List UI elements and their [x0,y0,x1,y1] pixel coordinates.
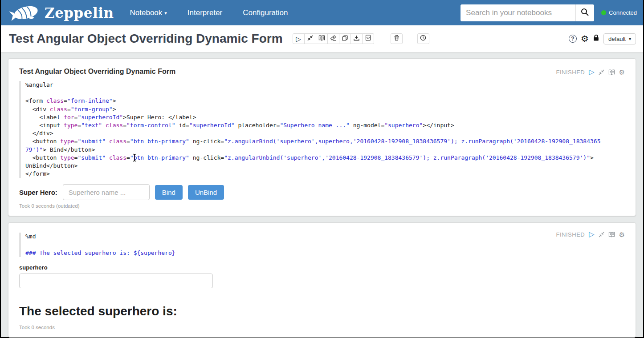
compress-icon [307,35,313,43]
notebook-toolbar: ▷ [293,33,374,44]
titlebar-right: ? ⚙ default ▾ [569,33,636,44]
collapse-button[interactable] [304,33,316,44]
show-editor-icon[interactable] [608,69,615,75]
paragraph-angular: Test Angular Object Overriding Dynamic F… [8,58,636,216]
lock-icon[interactable] [593,34,599,43]
bind-button[interactable]: Bind [155,185,183,200]
top-navbar: Zeppelin Notebook▾ Interpreter Configura… [1,0,643,25]
compress-icon[interactable] [599,69,604,75]
trash-icon [394,35,399,43]
clear-output-button[interactable] [327,33,339,44]
unbind-button[interactable]: UnBind [188,185,224,200]
connection-status: Connected [601,9,637,16]
search-input[interactable] [461,4,575,21]
revision-label: default [608,36,626,42]
paragraph-settings-icon[interactable]: ⚙ [619,231,625,238]
superhero-form-label: Super Hero: [19,189,57,196]
run-paragraph-icon[interactable]: ▷ [589,231,594,238]
nav-item-configuration[interactable]: Configuration [243,8,288,17]
notebook-title[interactable]: Test Angular Object Overriding Dynamic F… [9,32,283,46]
paragraph-settings-icon[interactable]: ⚙ [619,69,625,76]
clone-icon [342,35,348,43]
execution-time: Took 0 seconds (outdated) [19,203,625,209]
brand-name: Zeppelin [45,5,114,21]
eraser-icon [330,35,336,43]
superhero-input[interactable] [63,184,150,200]
navbar-right: Connected [461,4,637,21]
search-icon [581,8,589,18]
toggle-code-button[interactable] [316,33,328,44]
version-control-button[interactable] [417,33,429,44]
clone-notebook-button[interactable] [339,33,351,44]
zeppelin-logo-icon [9,2,41,24]
show-editor-icon[interactable] [608,232,615,237]
revision-dropdown[interactable]: default ▾ [603,33,636,44]
book-icon [318,35,325,43]
search-box [461,4,594,21]
compress-icon[interactable] [599,232,604,237]
status-badge: FINISHED [556,69,585,76]
connection-label: Connected [609,9,637,16]
paragraph-title: Test Angular Object Overriding Dynamic F… [19,68,625,76]
remove-notebook-button[interactable] [391,33,403,44]
download-icon [354,35,359,43]
status-badge: FINISHED [556,231,585,238]
run-all-button[interactable]: ▷ [293,33,305,44]
code-file-icon [365,35,371,43]
paragraph-status-bar: FINISHED ▷ ⚙ [556,231,625,238]
notebook-title-bar: Test Angular Object Overriding Dynamic F… [1,25,643,52]
connected-dot-icon [601,10,606,15]
nav-item-interpreter[interactable]: Interpreter [187,8,222,17]
paragraph-status-bar: FINISHED ▷ ⚙ [556,68,625,76]
export-code-button[interactable] [362,33,374,44]
dynamic-form-row: Super Hero: Bind UnBind [19,184,625,200]
code-editor-angular[interactable]: %angular<form class="form-inline"> <div … [19,81,625,178]
paragraph-markdown: FINISHED ▷ ⚙ %md### The selected superhe… [8,222,636,338]
search-button[interactable] [575,4,594,21]
execution-time: Took 0 seconds [19,325,625,330]
zeppelin-brand[interactable]: Zeppelin [9,2,114,24]
markdown-heading: The selected superhero is: [19,304,625,318]
chevron-down-icon: ▾ [629,36,631,41]
notebook-content: Test Angular Object Overriding Dynamic F… [1,52,643,338]
superhero-var-input[interactable] [19,274,213,288]
chevron-down-icon: ▾ [164,10,167,16]
play-icon: ▷ [296,36,301,42]
superhero-var-label: superhero [19,264,625,271]
clock-icon [420,35,426,43]
run-paragraph-icon[interactable]: ▷ [589,68,594,76]
help-icon[interactable]: ? [569,35,577,43]
settings-gear-icon[interactable]: ⚙ [581,34,589,43]
code-editor-markdown[interactable]: %md### The selected superhero is: ${supe… [19,233,625,257]
nav-links: Notebook▾ Interpreter Configuration [130,8,288,17]
zeppelin-window: Zeppelin Notebook▾ Interpreter Configura… [0,0,644,338]
nav-item-notebook[interactable]: Notebook▾ [130,8,167,17]
export-notebook-button[interactable] [351,33,363,44]
